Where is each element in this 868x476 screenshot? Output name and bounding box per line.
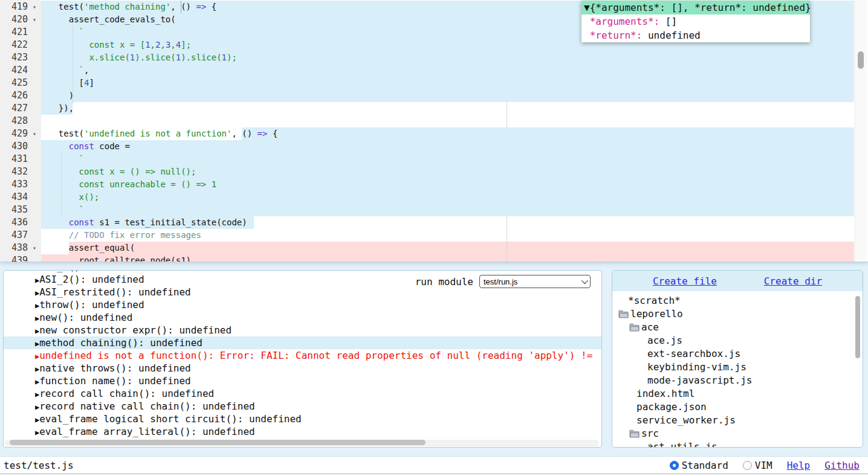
gutter-line: 428 bbox=[0, 115, 41, 127]
code-line-433[interactable]: const unreachable = () => 1 bbox=[41, 178, 854, 191]
radio-selected-icon[interactable] bbox=[670, 461, 679, 470]
code-line-432[interactable]: const x = () => null(); bbox=[41, 166, 854, 178]
tree-folder-item[interactable]: src bbox=[612, 427, 863, 440]
line-number: 424 bbox=[0, 64, 28, 77]
folder-name: leporello bbox=[630, 308, 683, 320]
code-line-text: x(); bbox=[48, 191, 99, 204]
test-result-item[interactable]: ▶new(): undefined bbox=[4, 311, 601, 324]
fold-arrow-icon[interactable]: ▾ bbox=[28, 127, 41, 140]
test-result-item[interactable]: ▶method chaining(): undefined bbox=[4, 336, 601, 349]
file-name: service_worker.js bbox=[636, 414, 736, 426]
test-results-panel: ▶ASI_1(): undefined▶ASI_2(): undefined▶A… bbox=[3, 270, 602, 448]
tree-file-item[interactable]: service_worker.js bbox=[612, 414, 863, 427]
create-file-link[interactable]: Create file bbox=[653, 275, 717, 287]
keybinding-vim-option[interactable]: VIM bbox=[743, 460, 772, 471]
code-line-text: const unreachable = () => 1 bbox=[48, 178, 216, 191]
file-name: index.html bbox=[636, 388, 695, 399]
code-token: const unreachable = () => 1 bbox=[48, 179, 216, 189]
code-line-425[interactable]: [4] bbox=[41, 77, 854, 89]
gutter-spacer bbox=[28, 89, 41, 102]
window-bottom-edge bbox=[0, 474, 868, 474]
tree-file-item[interactable]: *scratch* bbox=[612, 294, 863, 307]
test-result-item[interactable]: ▶record call chain(): undefined bbox=[4, 387, 601, 400]
fold-arrow-icon[interactable]: ▾ bbox=[28, 1, 41, 13]
test-result-label: eval_frame logical short circuit(): unde… bbox=[39, 413, 301, 425]
code-line-437[interactable]: // TODO fix error messages bbox=[41, 229, 854, 242]
code-token: , () bbox=[232, 129, 257, 138]
code-line-435[interactable]: ` bbox=[41, 204, 854, 216]
code-token: ] bbox=[89, 78, 94, 88]
editor-scrollbar-thumb[interactable] bbox=[858, 51, 864, 69]
editor-scrollbar-track[interactable] bbox=[855, 0, 867, 262]
gutter-spacer bbox=[28, 26, 41, 39]
file-name: package.json bbox=[636, 401, 707, 413]
test-result-label: ASI_1(): undefined bbox=[39, 270, 144, 272]
test-result-item[interactable]: ▶throw(): undefined bbox=[4, 298, 601, 311]
test-result-label: method chaining(): undefined bbox=[39, 337, 202, 349]
test-result-item[interactable]: ▶undefined is not a function(): Error: F… bbox=[4, 349, 601, 362]
test-result-item[interactable]: ▶function name(): undefined bbox=[4, 375, 601, 387]
code-line-427[interactable]: }), bbox=[41, 102, 854, 115]
create-dir-link[interactable]: Create dir bbox=[764, 275, 822, 287]
code-line-428[interactable] bbox=[41, 115, 854, 127]
tree-file-item[interactable]: ace.js bbox=[612, 334, 863, 347]
results-hscrollbar-track[interactable] bbox=[5, 440, 599, 446]
tree-folder-item[interactable]: ace bbox=[612, 321, 863, 334]
github-link[interactable]: Github bbox=[824, 460, 860, 471]
file-name: keybinding-vim.js bbox=[647, 361, 747, 373]
editor-gutter: 419▾420▾421422423424425426427428429▾4304… bbox=[0, 0, 41, 262]
eval-highlight bbox=[41, 204, 854, 216]
gutter-line: 419▾ bbox=[0, 1, 41, 13]
fold-arrow-icon[interactable]: ▾ bbox=[28, 13, 41, 26]
gutter-line: 429▾ bbox=[0, 127, 41, 140]
test-result-item[interactable]: ▶eval_frame logical short circuit(): und… bbox=[4, 413, 601, 425]
code-token: , bbox=[84, 65, 89, 75]
tree-file-item[interactable]: ast_utils.js bbox=[612, 440, 863, 448]
code-token: root_calltree_node(s1) bbox=[48, 256, 191, 262]
test-result-item[interactable]: ▶eval_frame array_literal(): undefined bbox=[4, 425, 601, 438]
code-line-430[interactable]: const code = bbox=[41, 140, 854, 153]
line-number: 425 bbox=[0, 77, 28, 89]
tree-file-item[interactable]: mode-javascript.js bbox=[612, 374, 863, 387]
code-line-438[interactable]: assert_equal( bbox=[41, 242, 854, 254]
code-line-423[interactable]: x.slice(1).slice(1).slice(1); bbox=[41, 51, 854, 64]
help-link[interactable]: Help bbox=[787, 460, 811, 471]
test-result-label: ASI_restrited(): undefined bbox=[39, 286, 190, 298]
tree-file-item[interactable]: ext-searchbox.js bbox=[612, 347, 863, 361]
code-line-text: ) bbox=[48, 89, 74, 102]
folder-icon bbox=[629, 321, 641, 333]
radio-unselected-icon[interactable] bbox=[743, 461, 752, 470]
code-token: ]; bbox=[181, 40, 191, 50]
gutter-spacer bbox=[28, 115, 41, 127]
code-line-424[interactable]: `, bbox=[41, 64, 854, 77]
tree-file-item[interactable]: package.json bbox=[612, 400, 863, 414]
code-token: assert_code_evals_to( bbox=[48, 14, 176, 24]
results-hscrollbar-thumb[interactable] bbox=[10, 440, 426, 445]
files-scrollbar-thumb[interactable] bbox=[855, 296, 860, 358]
tree-file-item[interactable]: keybinding-vim.js bbox=[612, 361, 863, 374]
code-line-429[interactable]: test('undefined is not a function', () =… bbox=[41, 127, 854, 140]
tree-folder-item[interactable]: leporello bbox=[612, 307, 863, 321]
test-result-item[interactable]: ▶native throws(): undefined bbox=[4, 362, 601, 375]
code-line-426[interactable]: ) bbox=[41, 89, 854, 102]
current-file-path: test/test.js bbox=[4, 460, 74, 471]
tree-file-item[interactable]: index.html bbox=[612, 387, 863, 400]
gutter-line: 427 bbox=[0, 102, 41, 115]
tooltip-summary-row[interactable]: ▼{*arguments*: [], *return*: undefined} bbox=[581, 1, 810, 14]
code-line-436[interactable]: const s1 = test_initial_state(code) bbox=[41, 216, 854, 229]
code-line-431[interactable]: ` bbox=[41, 153, 854, 166]
test-result-item[interactable]: ▶new constructor expr(): undefined bbox=[4, 324, 601, 336]
code-token: assert_equal( bbox=[48, 243, 135, 252]
run-module-select[interactable]: test/run.js bbox=[479, 275, 591, 288]
files-panel-header: Create file Create dir bbox=[612, 271, 863, 291]
code-token: const x = () => null(); bbox=[48, 167, 196, 176]
test-result-label: new constructor expr(): undefined bbox=[39, 324, 232, 336]
keybinding-standard-option[interactable]: Standard bbox=[670, 460, 728, 471]
gutter-line: 431 bbox=[0, 153, 41, 166]
code-line-439[interactable]: root_calltree_node(s1) bbox=[41, 254, 854, 262]
code-line-text: const s1 = test_initial_state(code) bbox=[48, 216, 247, 229]
test-result-item[interactable]: ▶record native call chain(): undefined bbox=[4, 400, 601, 413]
fold-arrow-icon[interactable]: ▾ bbox=[28, 242, 41, 254]
code-line-434[interactable]: x(); bbox=[41, 191, 854, 204]
gutter-spacer bbox=[28, 204, 41, 216]
